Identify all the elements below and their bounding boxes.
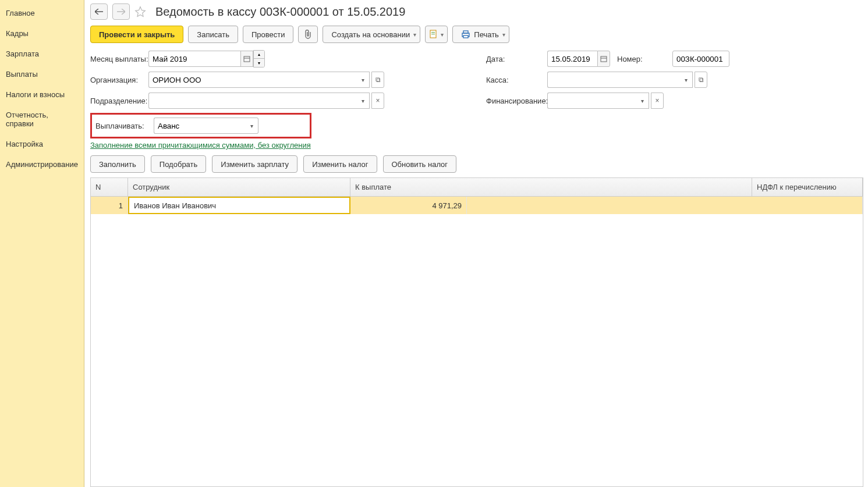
write-button[interactable]: Записать: [188, 26, 238, 43]
fin-clear-button[interactable]: ×: [651, 93, 664, 109]
sidebar-item-taxes[interactable]: Налоги и взносы: [0, 84, 84, 105]
highlighted-pay-field: Выплачивать: ▾: [90, 113, 311, 138]
month-input[interactable]: [148, 51, 240, 67]
dept-dropdown-button[interactable]: ▾: [357, 93, 370, 109]
col-n[interactable]: N: [91, 178, 128, 196]
sidebar-item-settings[interactable]: Настройка: [0, 134, 84, 154]
dept-clear-button[interactable]: ×: [371, 93, 384, 109]
table-header: N Сотрудник К выплате НДФЛ к перечислени…: [91, 178, 863, 197]
nav-forward-button[interactable]: [112, 3, 130, 20]
calendar-button[interactable]: [240, 51, 253, 67]
cell-employee[interactable]: Иванов Иван Иванович: [128, 197, 350, 214]
cell-rest: [467, 197, 863, 214]
pay-input[interactable]: [154, 118, 246, 134]
pick-button[interactable]: Подобрать: [151, 155, 206, 173]
main-toolbar: Провести и закрыть Записать Провести Соз…: [90, 26, 863, 43]
dept-input[interactable]: [148, 93, 357, 109]
fill-button[interactable]: Заполнить: [90, 155, 145, 173]
sidebar-item-admin[interactable]: Администрирование: [0, 154, 84, 175]
document-icon: [429, 30, 437, 39]
sidebar-item-payments[interactable]: Выплаты: [0, 64, 84, 84]
favorite-star-icon[interactable]: [134, 6, 146, 17]
print-label: Печать: [474, 30, 499, 39]
printer-icon: [461, 30, 470, 38]
svg-rect-4: [463, 31, 468, 33]
cash-label: Касса:: [486, 76, 547, 84]
create-based-on-label: Создать на основании: [331, 30, 410, 39]
change-tax-button[interactable]: Изменить налог: [303, 155, 377, 173]
svg-rect-8: [601, 56, 607, 62]
col-ndfl[interactable]: НДФЛ к перечислению: [752, 178, 863, 196]
nav-back-button[interactable]: [90, 3, 108, 20]
main-area: Ведомость в кассу 00ЗК-000001 от 15.05.2…: [84, 0, 868, 487]
svg-rect-6: [244, 56, 250, 62]
cash-dropdown-button[interactable]: ▾: [680, 72, 693, 88]
dept-label: Подразделение:: [90, 97, 148, 105]
month-label: Месяц выплаты:: [90, 55, 148, 63]
month-down-button[interactable]: ▾: [254, 59, 264, 67]
org-dropdown-button[interactable]: ▾: [357, 72, 370, 88]
date-calendar-button[interactable]: [597, 51, 610, 67]
table-toolbar: Заполнить Подобрать Изменить зарплату Из…: [90, 155, 863, 173]
org-open-button[interactable]: ⧉: [371, 72, 384, 88]
chevron-down-icon: ▾: [441, 31, 444, 38]
form-area: Месяц выплаты: ▴ ▾ Организация: ▾: [90, 50, 863, 138]
org-label: Организация:: [90, 76, 148, 84]
col-pay[interactable]: К выплате: [350, 178, 752, 196]
create-based-on-button[interactable]: Создать на основании ▾: [323, 26, 420, 43]
month-up-button[interactable]: ▴: [254, 51, 264, 59]
table-body: 1 Иванов Иван Иванович 4 971,29: [91, 197, 863, 486]
attach-button[interactable]: [298, 26, 318, 43]
svg-rect-2: [431, 34, 435, 34]
svg-rect-1: [431, 32, 435, 33]
calendar-icon: [243, 55, 250, 62]
calendar-icon: [600, 55, 607, 62]
sidebar-item-main[interactable]: Главное: [0, 3, 84, 23]
sidebar-item-hr[interactable]: Кадры: [0, 23, 84, 44]
date-label: Дата:: [486, 55, 547, 63]
fill-amounts-link[interactable]: Заполнение всеми причитающимися суммами,…: [90, 141, 863, 150]
fin-label: Финансирование:: [486, 97, 547, 105]
arrow-left-icon: [95, 9, 103, 15]
pay-label: Выплачивать:: [95, 122, 154, 130]
org-input[interactable]: [148, 72, 357, 88]
document-action-button[interactable]: ▾: [425, 26, 448, 43]
update-tax-button[interactable]: Обновить налог: [383, 155, 457, 173]
num-label: Номер:: [617, 55, 672, 63]
chevron-down-icon: ▾: [502, 31, 505, 38]
employee-table: N Сотрудник К выплате НДФЛ к перечислени…: [90, 177, 863, 487]
arrow-right-icon: [117, 9, 125, 15]
sidebar: Главное Кадры Зарплата Выплаты Налоги и …: [0, 0, 84, 487]
sidebar-item-reports[interactable]: Отчетность, справки: [0, 105, 84, 134]
pay-dropdown-button[interactable]: ▾: [246, 118, 258, 134]
fin-input[interactable]: [547, 93, 636, 109]
change-salary-button[interactable]: Изменить зарплату: [212, 155, 297, 173]
cash-input[interactable]: [547, 72, 680, 88]
print-button[interactable]: Печать ▾: [452, 26, 509, 43]
post-button[interactable]: Провести: [243, 26, 294, 43]
cash-open-button[interactable]: ⧉: [695, 72, 707, 88]
post-and-close-button[interactable]: Провести и закрыть: [90, 26, 183, 43]
svg-rect-5: [463, 35, 468, 38]
col-employee[interactable]: Сотрудник: [128, 178, 350, 196]
header-row: Ведомость в кассу 00ЗК-000001 от 15.05.2…: [90, 3, 863, 20]
page-title: Ведомость в кассу 00ЗК-000001 от 15.05.2…: [155, 5, 405, 19]
paperclip-icon: [304, 30, 312, 39]
num-input[interactable]: [672, 51, 729, 67]
sidebar-item-salary[interactable]: Зарплата: [0, 44, 84, 64]
cell-pay: 4 971,29: [350, 197, 467, 214]
table-row[interactable]: 1 Иванов Иван Иванович 4 971,29: [91, 197, 863, 214]
date-input[interactable]: [547, 51, 597, 67]
cell-n: 1: [91, 197, 128, 214]
fin-dropdown-button[interactable]: ▾: [636, 93, 649, 109]
chevron-down-icon: ▾: [413, 31, 416, 38]
